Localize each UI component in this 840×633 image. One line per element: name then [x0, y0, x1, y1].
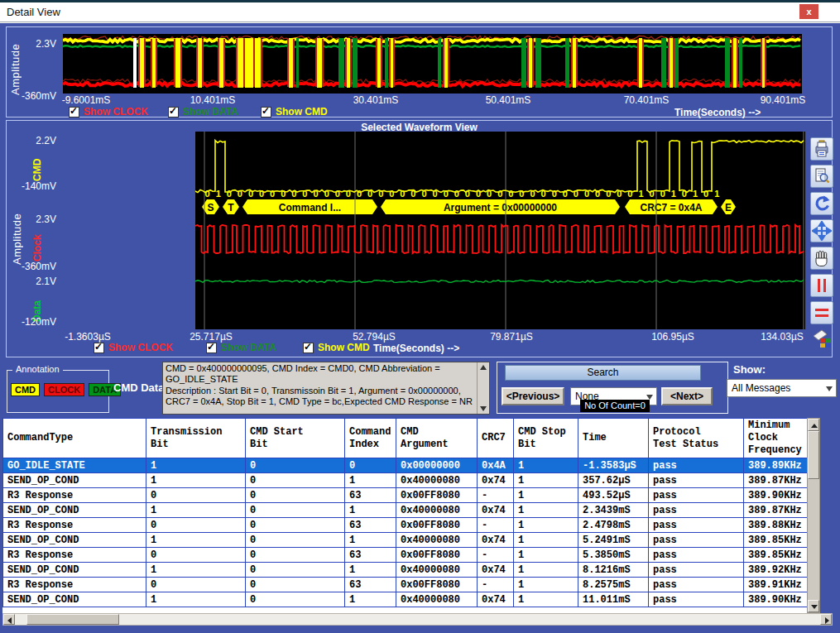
colors-icon[interactable] — [811, 328, 833, 350]
scroll-right-button[interactable] — [820, 614, 832, 625]
table-cell: 0 — [345, 458, 396, 473]
svg-text:0: 0 — [281, 189, 286, 199]
column-header[interactable]: Protocol Test Status — [649, 419, 744, 458]
table-cell: 389.90KHz — [744, 488, 808, 503]
table-cell: pass — [649, 503, 744, 518]
pan-hand-button[interactable] — [810, 247, 833, 270]
table-cell: 0x74 — [478, 592, 514, 607]
selected-time-labels: -1.3603µS25.717µS52.794µS79.871µS106.95µ… — [7, 331, 833, 343]
table-cell: - — [478, 518, 514, 533]
scrollbar-thumb[interactable] — [26, 614, 119, 625]
column-header[interactable]: Time — [578, 419, 649, 458]
table-cell: 1 — [345, 503, 396, 518]
selected-command-marker — [133, 38, 137, 88]
overview-waveform-plot[interactable] — [63, 34, 802, 94]
show-filter-select[interactable]: All Messages — [727, 379, 837, 397]
show-clock-checkbox[interactable]: ✓Show CLOCK — [94, 342, 173, 353]
overview-time-axis-label: Time(Seconds) --> — [674, 107, 761, 118]
show-clock-checkbox[interactable]: ✓Show CLOCK — [69, 106, 148, 117]
column-header[interactable]: Transmission Bit — [146, 419, 246, 458]
chevron-down-icon — [826, 386, 833, 391]
table-cell: SEND_OP_COND — [3, 592, 146, 607]
table-row[interactable]: GO_IDLE_STATE1000x000000000x4A1-1.3583µS… — [3, 458, 808, 473]
checkbox-box[interactable]: ✓ — [168, 107, 179, 117]
time-tick-label: 30.401mS — [353, 94, 399, 106]
show-data-checkbox[interactable]: ✓Show DATA — [206, 342, 276, 353]
command-table: CommandTypeTransmission BitCMD Start Bit… — [2, 418, 808, 607]
checkbox-box[interactable]: ✓ — [303, 343, 314, 353]
show-cmd-checkbox[interactable]: ✓Show CMD — [303, 342, 370, 353]
horizontal-cursors-button[interactable] — [810, 301, 833, 324]
table-row[interactable]: SEND_OP_COND1010x400000800x7415.2491mSpa… — [3, 533, 808, 548]
column-header[interactable]: CommandType — [3, 419, 146, 458]
table-horizontal-scrollbar[interactable] — [2, 613, 833, 626]
scroll-up-icon[interactable] — [480, 365, 487, 370]
table-cell: 0 — [146, 548, 246, 563]
svg-text:0: 0 — [454, 189, 459, 199]
table-row[interactable]: SEND_OP_COND1010x400000800x74111.011mSpa… — [3, 592, 808, 607]
column-header[interactable]: CMD Start Bit — [246, 419, 345, 458]
scroll-down-button[interactable] — [808, 600, 819, 612]
table-cell: 1 — [146, 563, 246, 578]
table-row[interactable]: R3 Response00630x00FF8080-1493.52µSpass3… — [3, 488, 808, 503]
table-cell: 0 — [246, 458, 345, 473]
titlebar[interactable]: Detail View x — [0, 2, 840, 22]
table-cell: 0 — [246, 488, 345, 503]
search-next-button[interactable]: <Next> — [661, 387, 713, 405]
checkbox-box[interactable]: ✓ — [94, 343, 104, 353]
table-cell: 1 — [146, 503, 246, 518]
cmd-data-box[interactable]: CMD = 0x400000000095, CMD Index = CMD0, … — [162, 362, 490, 415]
search-previous-button[interactable]: <Previous> — [502, 387, 564, 405]
time-tick-label: 10.401mS — [190, 94, 236, 106]
table-cell: 0x00FF8080 — [396, 488, 478, 503]
cmd-data-scrollbar[interactable] — [477, 362, 489, 414]
preview-button[interactable] — [810, 165, 833, 188]
scroll-up-button[interactable] — [808, 419, 819, 431]
column-header[interactable]: Minimum Clock Frequency — [744, 419, 808, 458]
table-row[interactable]: SEND_OP_COND1010x400000800x7412.3439mSpa… — [3, 503, 808, 518]
table-cell: 0x74 — [478, 503, 514, 518]
table-row[interactable]: R3 Response00630x00FF8080-12.4798mSpass3… — [3, 518, 808, 533]
scroll-down-icon[interactable] — [480, 406, 487, 411]
checkbox-box[interactable]: ✓ — [261, 107, 271, 117]
scroll-left-button[interactable] — [3, 614, 15, 625]
table-cell: 1 — [514, 458, 578, 473]
table-cell: 8.2575mS — [578, 578, 649, 592]
checkbox-box[interactable]: ✓ — [206, 343, 217, 353]
column-header[interactable]: Command Index — [345, 419, 396, 458]
table-cell: 0x00FF8080 — [396, 548, 478, 563]
table-vertical-scrollbar[interactable] — [807, 418, 820, 613]
svg-text:0: 0 — [357, 189, 362, 199]
table-cell: pass — [649, 592, 744, 607]
undo-button[interactable] — [810, 192, 833, 215]
checkbox-label: Show CMD — [318, 342, 370, 353]
clock-vmin-label: -360mV — [13, 261, 56, 272]
legend-chip-clock: CLOCK — [44, 383, 84, 396]
close-button[interactable]: x — [799, 4, 818, 19]
column-header[interactable]: CMD Stop Bit — [514, 419, 578, 458]
vertical-cursors-button[interactable] — [810, 274, 833, 297]
table-cell: SEND_OP_COND — [3, 533, 146, 548]
time-tick-label: 90.401mS — [761, 94, 806, 106]
print-button[interactable] — [810, 137, 833, 161]
table-cell: 8.1216mS — [578, 563, 649, 578]
selected-waveform-plot[interactable]: STCommand I...Argument = 0x00000000CRC7 … — [195, 132, 805, 329]
checkbox-box[interactable]: ✓ — [69, 107, 79, 117]
window-title: Detail View — [7, 6, 60, 18]
check-icon: ✓ — [94, 341, 103, 352]
table-row[interactable]: R3 Response00630x00FF8080-18.2575mSpass3… — [3, 578, 808, 592]
scrollbar-thumb[interactable] — [808, 431, 819, 479]
show-data-checkbox[interactable]: ✓Show DATA — [168, 106, 238, 117]
move-button[interactable] — [810, 219, 833, 242]
table-cell: GO_IDLE_STATE — [3, 458, 146, 473]
table-row[interactable]: SEND_OP_COND1010x400000800x7418.1216mSpa… — [3, 563, 808, 578]
table-cell: 11.011mS — [578, 592, 649, 607]
table-row[interactable]: SEND_OP_COND1010x400000800x741357.62µSpa… — [3, 473, 808, 488]
column-header[interactable]: CMD Argument — [396, 419, 478, 458]
table-cell: 0x40000080 — [396, 503, 478, 518]
column-header[interactable]: CRC7 — [478, 419, 514, 458]
show-cmd-checkbox[interactable]: ✓Show CMD — [261, 106, 328, 117]
scroll-left-icon — [7, 617, 12, 624]
table-cell: 389.90KHz — [744, 592, 808, 607]
table-row[interactable]: R3 Response00630x00FF8080-15.3850mSpass3… — [3, 548, 808, 563]
